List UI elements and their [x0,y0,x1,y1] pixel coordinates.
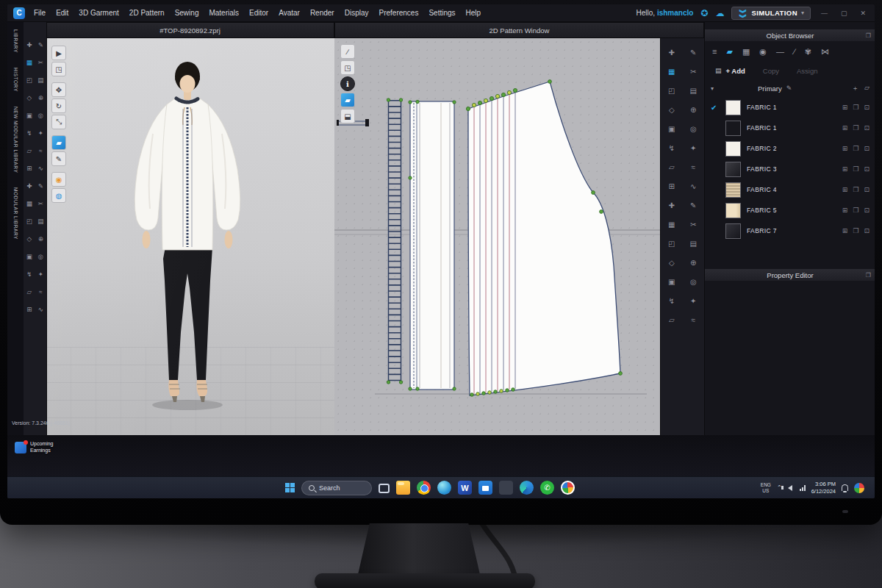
viewport3d-titlebar[interactable]: #TOP-8920892.zprj [46,22,334,38]
whatsapp-icon[interactable]: ✆ [540,481,554,495]
tool-icon[interactable]: ▦ [24,59,35,66]
tool-icon[interactable]: ◇ [24,94,35,101]
tool-icon[interactable]: ⊞ [24,306,35,313]
tool-icon[interactable]: ⊕ [35,94,47,101]
options-icon[interactable]: ⊡ [864,124,870,132]
fabric-swatch[interactable] [725,121,741,136]
close-button[interactable]: ✕ [857,10,869,17]
expand-icon[interactable]: ⊞ [842,124,848,132]
language-indicator[interactable]: ENG US [761,482,771,494]
show-fabric-button[interactable]: ▰ [51,135,66,150]
fabric-swatch[interactable] [725,100,741,115]
pattern-2d-canvas[interactable]: ∕ ◳ ℹ ▰ ⬓ [334,38,660,435]
fabric-swatch[interactable] [725,141,741,157]
tool-icon[interactable]: ⊕ [35,235,47,243]
tool-icon[interactable]: ▤ [35,76,47,84]
fabric-row[interactable]: ✔ FABRIC 1 ⊞❐⊡ [705,97,875,118]
tool-icon[interactable]: ▤ [683,87,705,94]
viewport-3d[interactable]: ▶ ◳ ✥ ↻ ⤡ ▰ ✎ ◉ ◍ [46,38,334,435]
tool-icon[interactable]: ◇ [24,235,35,243]
fabric-swatch[interactable] [725,203,741,218]
menu-avatar[interactable]: Avatar [277,9,301,17]
tool-icon[interactable]: ◎ [683,125,705,132]
gizmo-scale-button[interactable]: ⤡ [51,115,66,129]
options-icon[interactable]: ⊡ [864,165,870,173]
edit-pattern-button[interactable]: ∕ [340,44,355,59]
menu-display[interactable]: Display [343,9,370,17]
select-garment-button[interactable]: ◳ [51,62,66,76]
assign-button[interactable]: Assign [797,67,818,75]
popout-icon[interactable]: ❐ [866,32,871,39]
stitch-tab-icon[interactable]: ∕ [794,47,795,56]
layers-icon[interactable]: ❐ [853,227,858,234]
fabric-swatch[interactable] [725,162,741,177]
options-icon[interactable]: ⊡ [864,227,870,234]
tool-icon[interactable]: ◎ [683,278,705,285]
tool-icon[interactable]: ⊕ [683,106,705,113]
tool-icon[interactable]: ✎ [683,201,705,209]
button-tab-icon[interactable]: ◉ [759,47,767,57]
copilot-icon[interactable] [437,481,451,495]
expand-icon[interactable]: ⊞ [842,186,848,193]
fabric-swatch[interactable] [725,182,741,198]
rename-icon[interactable]: ✎ [786,85,792,92]
notification-bell-icon[interactable] [842,484,848,491]
gizmo-move-button[interactable]: ✥ [51,82,66,97]
tab-modular-library[interactable]: MODULAR LIBRARY [13,187,18,240]
simulation-button[interactable]: ❱❱ SIMULATION ▾ [731,7,811,20]
options-icon[interactable]: ⊡ [864,186,870,193]
speaker-icon[interactable] [788,485,792,491]
tool-icon[interactable]: ✎ [35,41,47,49]
task-view-icon[interactable] [379,484,390,493]
maximize-button[interactable]: ▢ [838,10,850,17]
fabric-row[interactable]: FABRIC 2 ⊞❐⊡ [705,138,875,159]
expand-icon[interactable]: ⊞ [842,145,848,152]
membership-badge-icon[interactable]: ✪ [700,8,708,18]
menu-sewing[interactable]: Sewing [173,9,201,17]
tool-icon[interactable]: ▤ [35,218,47,225]
tool-icon[interactable]: ✦ [683,144,705,151]
tool-icon[interactable]: ▣ [661,125,683,132]
expand-icon[interactable]: ⊞ [842,207,848,214]
trim-tab-icon[interactable]: ✾ [805,47,811,57]
desktop-shortcut[interactable]: Upcoming Earnings [15,441,54,454]
menu-file[interactable]: File [32,9,47,17]
tool-icon[interactable]: ▦ [24,200,35,207]
show-garment-button[interactable]: ◳ [340,60,355,75]
menu-3d-garment[interactable]: 3D Garment [77,9,120,17]
tool-icon[interactable]: ▱ [24,147,35,154]
fabric-row[interactable]: FABRIC 5 ⊞❐⊡ [705,200,875,220]
minimize-button[interactable]: — [818,10,831,17]
tool-icon[interactable]: ◰ [661,87,683,94]
tool-icon[interactable]: ✂ [35,200,47,207]
chrome-icon[interactable] [417,481,431,495]
menu-help[interactable]: Help [465,9,483,17]
layers-icon[interactable]: ❐ [853,104,858,111]
tool-icon[interactable]: ✦ [35,270,47,278]
tool-icon[interactable]: ◇ [661,259,683,266]
fabric-row[interactable]: FABRIC 4 ⊞❐⊡ [705,179,875,200]
tool-icon[interactable]: ∿ [35,306,47,313]
layers-icon[interactable]: ❐ [853,165,858,173]
layers-icon[interactable]: ❐ [853,145,858,152]
tool-icon[interactable]: ▱ [24,288,35,295]
layers-icon[interactable]: ❐ [853,124,858,132]
object-browser-header[interactable]: Object Browser ❐ [705,29,875,41]
tab-library[interactable]: LIBRARY [13,29,18,53]
tool-icon[interactable]: ◰ [661,240,683,247]
fabric-row[interactable]: FABRIC 3 ⊞❐⊡ [705,159,875,179]
tool-icon[interactable]: ↯ [661,144,683,151]
word-icon[interactable]: W [458,481,472,495]
tool-icon[interactable]: ✂ [35,59,47,66]
folder-icon[interactable]: ▱ [864,84,870,93]
tool-icon[interactable]: ≈ [35,147,47,154]
expand-icon[interactable]: ⊞ [842,165,848,173]
options-icon[interactable]: ⊡ [864,207,870,214]
tool-icon[interactable]: ≈ [683,316,705,323]
tool-icon[interactable]: ⊞ [24,165,35,172]
tool-icon[interactable]: ◎ [35,112,47,119]
menu-materials[interactable]: Materials [207,9,240,17]
gizmo-rotate-button[interactable]: ↻ [51,98,66,113]
pen-tool-button[interactable]: ✎ [51,151,66,166]
pattern-info-button[interactable]: ℹ [340,76,355,91]
